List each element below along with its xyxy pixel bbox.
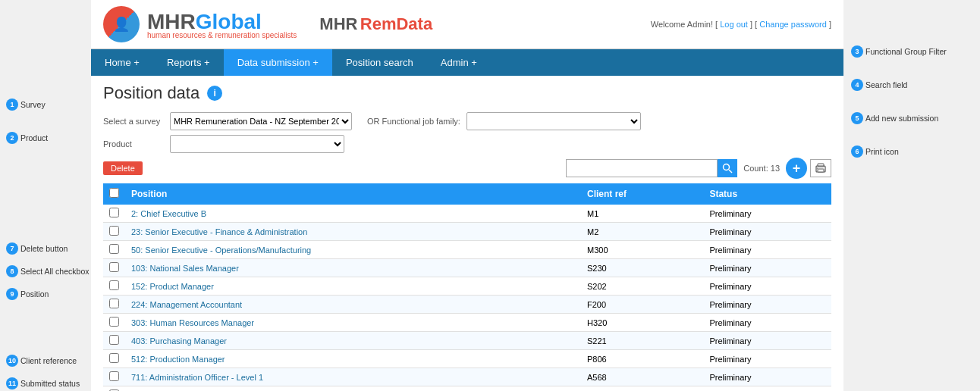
welcome-text: Welcome Admin!	[651, 20, 713, 29]
position-link[interactable]: 103: National Sales Manager	[131, 264, 239, 273]
client-ref-cell: M2	[581, 223, 703, 241]
position-link[interactable]: 23: Senior Executive - Finance & Adminis…	[131, 227, 307, 236]
functional-job-family-select[interactable]	[466, 112, 641, 130]
row-checkbox[interactable]	[109, 299, 119, 308]
product-row: Product	[103, 135, 831, 153]
position-link[interactable]: 303: Human Resources Manager	[131, 318, 254, 327]
col-header-status: Status	[703, 183, 831, 205]
header-title: MHR RemData	[319, 14, 432, 34]
table-row: 2: Chief Executive BM1Preliminary	[103, 205, 831, 223]
title-mhr: MHR	[319, 14, 357, 33]
search-action-row: Delete Count: 13 +	[103, 158, 831, 179]
status-cell: Preliminary	[703, 332, 831, 350]
client-ref-cell: P806	[581, 350, 703, 368]
info-icon[interactable]: i	[207, 86, 222, 101]
row-checkbox[interactable]	[109, 371, 119, 381]
print-button[interactable]	[810, 159, 831, 177]
client-ref-cell: F200	[581, 296, 703, 314]
page-content: Position data i Select a survey MHR Remu…	[91, 76, 843, 391]
nav-admin[interactable]: Admin +	[427, 49, 491, 76]
svg-point-5	[817, 167, 818, 169]
client-ref-cell: I765	[581, 386, 703, 392]
status-cell: Preliminary	[703, 205, 831, 223]
table-row: 303: Human Resources ManagerH320Prelimin…	[103, 314, 831, 332]
left-annotations: 1Survey 2Product 7Delete button 8Select …	[0, 0, 91, 391]
add-submission-button[interactable]: +	[786, 158, 807, 179]
delete-button[interactable]: Delete	[103, 161, 143, 175]
title-remdata: RemData	[360, 14, 432, 33]
status-cell: Preliminary	[703, 223, 831, 241]
table-row: 711: Administration Officer - Level 1A56…	[103, 368, 831, 386]
logo-subtitle: human resources & remuneration specialis…	[147, 31, 297, 39]
nav-position-search[interactable]: Position search	[332, 49, 427, 76]
survey-row: Select a survey MHR Remuneration Data - …	[103, 112, 831, 130]
position-link[interactable]: 50: Senior Executive - Operations/Manufa…	[131, 246, 311, 255]
table-row: 152: Product ManagerS202Preliminary	[103, 277, 831, 296]
client-ref-cell: S202	[581, 277, 703, 296]
logo-mhr-text: MHR	[147, 10, 196, 33]
annotation-add-submission: 5Add new submission	[851, 112, 980, 124]
annotation-survey: 1Survey	[6, 99, 91, 111]
position-link[interactable]: 152: Product Manager	[131, 282, 214, 291]
search-icon	[722, 163, 733, 174]
search-button[interactable]	[718, 159, 737, 177]
product-label: Product	[103, 139, 164, 149]
status-cell: Preliminary	[703, 296, 831, 314]
count-label: Count: 13	[743, 164, 780, 173]
svg-point-0	[724, 164, 730, 170]
survey-label: Select a survey	[103, 117, 164, 126]
navbar: Home + Reports + Data submission + Posit…	[91, 49, 843, 76]
position-link[interactable]: 224: Management Accountant	[131, 300, 242, 309]
row-checkbox[interactable]	[109, 280, 119, 290]
table-row: 103: National Sales ManagerS230Prelimina…	[103, 259, 831, 277]
search-input[interactable]	[566, 159, 718, 177]
annotation-submitted-status: 11Submitted status	[6, 377, 91, 389]
table-row: 23: Senior Executive - Finance & Adminis…	[103, 223, 831, 241]
or-func-label: OR Functional job family:	[367, 117, 460, 126]
client-ref-cell: M300	[581, 241, 703, 259]
app-header: 👤 MHRGlobal human resources & remunerati…	[91, 0, 843, 49]
status-cell: Preliminary	[703, 277, 831, 296]
annotation-product: 2Product	[6, 132, 91, 144]
page-title: Position data	[103, 83, 199, 103]
position-link[interactable]: 512: Production Manager	[131, 355, 225, 364]
status-cell: Preliminary	[703, 350, 831, 368]
nav-reports[interactable]: Reports +	[153, 49, 224, 76]
row-checkbox[interactable]	[109, 226, 119, 236]
survey-select[interactable]: MHR Remuneration Data - NZ September 201…	[170, 112, 352, 130]
status-cell: Preliminary	[703, 314, 831, 332]
annotation-client-ref: 10Client reference	[6, 355, 91, 367]
annotation-delete-button: 7Delete button	[6, 242, 91, 255]
table-row: 403: Purchasing ManagerS221Preliminary	[103, 332, 831, 350]
row-checkbox[interactable]	[109, 335, 119, 345]
product-select[interactable]	[170, 135, 344, 153]
table-row: 224: Management AccountantF200Preliminar…	[103, 296, 831, 314]
header-auth: Welcome Admin! [ Log out ] [ Change pass…	[651, 20, 831, 29]
page-title-row: Position data i	[103, 83, 831, 103]
row-checkbox[interactable]	[109, 317, 119, 327]
position-link[interactable]: 2: Chief Executive B	[131, 209, 206, 218]
positions-table: Position Client ref Status 2: Chief Exec…	[103, 183, 831, 391]
table-row: 512: Production ManagerP806Preliminary	[103, 350, 831, 368]
logout-link[interactable]: Log out	[720, 20, 748, 29]
position-link[interactable]: 403: Purchasing Manager	[131, 336, 227, 346]
row-checkbox[interactable]	[109, 244, 119, 254]
select-all-checkbox[interactable]	[109, 188, 119, 198]
annotation-search-field: 4Search field	[851, 79, 980, 91]
nav-data-submission[interactable]: Data submission +	[224, 49, 332, 76]
position-link[interactable]: 711: Administration Officer - Level 1	[131, 373, 263, 382]
status-cell: Preliminary	[703, 386, 831, 392]
client-ref-cell: M1	[581, 205, 703, 223]
row-checkbox[interactable]	[109, 208, 119, 217]
logo-icon: 👤	[103, 6, 140, 42]
row-checkbox[interactable]	[109, 262, 119, 272]
annotation-position: 9Position	[6, 288, 91, 300]
nav-home[interactable]: Home +	[91, 49, 153, 76]
change-password-link[interactable]: Change password	[759, 20, 827, 29]
right-annotations: 3Functional Group Filter 4Search field 5…	[843, 0, 980, 391]
row-checkbox[interactable]	[109, 353, 119, 363]
status-cell: Preliminary	[703, 368, 831, 386]
annotation-print-icon: 6Print icon	[851, 145, 980, 158]
col-header-client-ref: Client ref	[581, 183, 703, 205]
col-header-checkbox	[103, 183, 125, 205]
